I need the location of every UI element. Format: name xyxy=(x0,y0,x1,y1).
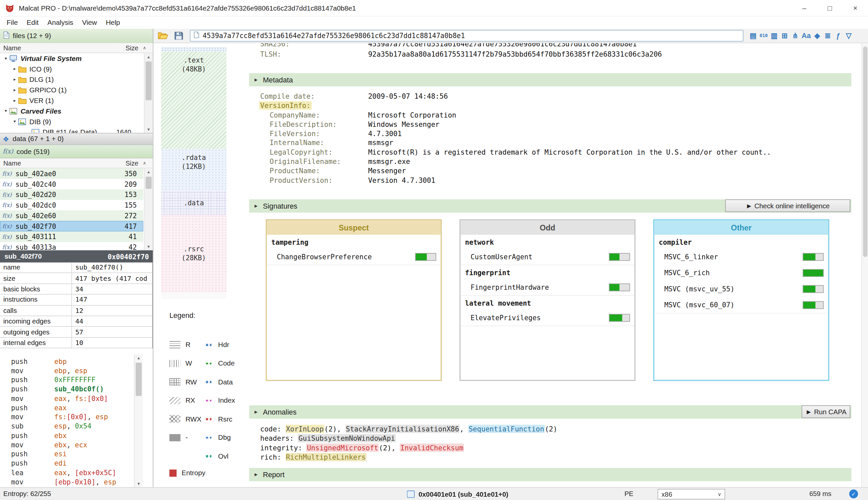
function-row[interactable]: f(x)sub_402ae0350 xyxy=(0,168,143,179)
disasm-view-icon[interactable]: ▤ xyxy=(749,31,757,41)
asm-line[interactable]: moveax, fs:[0x0] xyxy=(0,394,134,403)
column-name[interactable]: Name xyxy=(0,159,21,167)
tree-item[interactable]: ▸DLG (1) xyxy=(0,74,143,85)
map-section-rsrc[interactable]: .rsrc(28KB) xyxy=(161,215,226,292)
hex-view-icon[interactable]: 010 xyxy=(760,31,768,41)
status-ok-icon[interactable]: ✓ xyxy=(849,489,858,498)
expander-icon[interactable]: ▸ xyxy=(11,98,18,103)
report-section-header[interactable]: ► Report xyxy=(249,468,852,481)
scroll-thumb[interactable] xyxy=(863,46,867,257)
files-panel-header[interactable]: files (12 + 9) xyxy=(0,29,153,43)
map-section-text[interactable]: .text(48KB) xyxy=(161,52,226,149)
function-row[interactable]: f(x)sub_402f70417 xyxy=(0,221,143,231)
signature-item[interactable]: ChangeBrowserPreference xyxy=(267,249,441,264)
tree-item[interactable]: DIB #11 (as Data)1640 xyxy=(0,127,143,133)
expander-icon[interactable]: ▸ xyxy=(11,77,18,82)
arch-select[interactable]: x86 ∨ xyxy=(658,489,725,500)
scroll-thumb[interactable] xyxy=(136,363,142,396)
scroll-up-icon[interactable]: ▲ xyxy=(145,168,153,175)
asm-line[interactable]: pusheax xyxy=(0,403,134,412)
function-list-scrollbar[interactable]: ▲ ▼ xyxy=(144,168,153,250)
tree-item[interactable]: ▸ICO (9) xyxy=(0,64,143,74)
function-row[interactable]: f(x)sub_40311141 xyxy=(0,231,143,242)
map-section-hdrband[interactable] xyxy=(161,47,226,51)
check-online-intelligence-button[interactable]: ► Check online intelligence xyxy=(725,199,850,212)
scroll-down-icon[interactable]: ▼ xyxy=(145,126,153,133)
expander-icon[interactable]: ▸ xyxy=(11,67,18,71)
map-section-data[interactable]: .data xyxy=(161,191,226,215)
function-row[interactable]: f(x)sub_402dc0155 xyxy=(0,200,143,211)
menu-edit[interactable]: Edit xyxy=(22,18,43,28)
asm-line[interactable]: pushesi xyxy=(0,449,134,458)
asm-line[interactable]: push0xFFFFFFFF xyxy=(0,375,134,384)
text-size-icon[interactable]: Aa xyxy=(801,31,811,41)
expander-icon[interactable]: ▾ xyxy=(2,56,10,61)
asm-line[interactable]: pushebp xyxy=(0,356,134,366)
anomaly-tag[interactable]: InvalidChecksum xyxy=(400,443,464,452)
anomaly-tag[interactable]: SequentialFunction xyxy=(468,424,545,433)
save-button[interactable] xyxy=(172,30,185,42)
asm-line[interactable]: movfs:[0x0], esp xyxy=(0,412,134,421)
scroll-thumb[interactable] xyxy=(145,61,152,100)
signature-item[interactable]: MSVC_6_rich xyxy=(654,264,828,281)
disassembly-scrollbar[interactable]: ▲ ▼ xyxy=(134,354,143,487)
menu-help[interactable]: Help xyxy=(101,18,125,28)
scroll-up-icon[interactable]: ▲ xyxy=(134,354,143,362)
expander-icon[interactable]: ▸ xyxy=(11,88,18,92)
anomalies-section-header[interactable]: ► Anomalies xyxy=(249,405,852,419)
tree-item[interactable]: ▸GRPICO (1) xyxy=(0,85,143,95)
function-row[interactable]: f(x)sub_402e60272 xyxy=(0,210,143,221)
function-row[interactable]: f(x)sub_40313a42 xyxy=(0,242,143,250)
tree-item[interactable]: ▾Carved Files xyxy=(0,106,143,116)
open-file-button[interactable] xyxy=(156,30,169,42)
map-section-rdata[interactable]: .rdata(12KB) xyxy=(161,149,226,191)
filter-icon[interactable]: ▽ xyxy=(845,31,853,41)
close-button[interactable]: × xyxy=(843,0,868,16)
asm-line[interactable]: pushedi xyxy=(0,458,134,468)
scroll-thumb[interactable] xyxy=(145,177,152,189)
column-size[interactable]: Size xyxy=(126,159,153,167)
function-row[interactable]: f(x)sub_402c40209 xyxy=(0,179,143,190)
address-input[interactable]: 4539a7a77cc8efd531a6164e27afde755326e980… xyxy=(202,32,465,39)
map-section-tail[interactable] xyxy=(161,292,226,299)
column-size[interactable]: Size xyxy=(126,44,153,52)
structure-view-icon[interactable]: ⋔ xyxy=(791,31,799,41)
asm-line[interactable]: subesp, 0x54 xyxy=(0,421,134,431)
tags-icon[interactable]: ◆ xyxy=(813,31,821,41)
minimize-button[interactable]: – xyxy=(791,0,817,16)
asm-line[interactable]: movebp, esp xyxy=(0,366,134,375)
anomaly-tag[interactable]: StackArrayInitialisationX86 xyxy=(345,424,460,433)
asm-line[interactable]: movebx, ecx xyxy=(0,440,134,449)
signature-item[interactable]: MSVC_6_linker xyxy=(654,249,828,264)
scroll-down-icon[interactable]: ▼ xyxy=(145,243,153,250)
expander-icon[interactable]: ▾ xyxy=(11,119,18,124)
files-column-header[interactable]: Name Size ∧ xyxy=(0,43,153,53)
functions-column-header[interactable]: Name Size ∧ xyxy=(0,158,153,168)
tree-item[interactable]: ▾DIB (9) xyxy=(0,116,143,127)
signature-item[interactable]: FingerprintHardware xyxy=(461,279,634,295)
scroll-up-icon[interactable]: ▲ xyxy=(145,53,153,60)
asm-line[interactable]: pushebx xyxy=(0,431,134,440)
script-icon[interactable]: ƒ xyxy=(834,31,842,41)
layers-icon[interactable]: ≣ xyxy=(824,31,832,41)
function-row[interactable]: f(x)sub_402d20153 xyxy=(0,190,143,200)
anomaly-tag[interactable]: XorInLoop xyxy=(285,424,324,433)
anomaly-tag[interactable]: UnsignedMicrosoft xyxy=(306,443,379,452)
tree-item[interactable]: ▾Virtual File System xyxy=(0,53,143,64)
signature-item[interactable]: CustomUserAgent xyxy=(461,249,634,264)
address-bar[interactable]: 4539a7a77cc8efd531a6164e27afde755326e980… xyxy=(190,30,743,42)
expander-icon[interactable]: ▾ xyxy=(2,109,10,114)
main-scrollbar[interactable] xyxy=(861,43,868,487)
metadata-section-header[interactable]: ► Metadata xyxy=(249,73,852,87)
files-tree-scrollbar[interactable]: ▲ ▼ xyxy=(144,53,153,133)
anomaly-tag[interactable]: GuiSubsystemNoWindowApi xyxy=(298,434,396,442)
menu-file[interactable]: File xyxy=(2,18,22,28)
data-panel-header[interactable]: ❖ data (67 + 1 + 0) xyxy=(0,133,153,145)
code-panel-header[interactable]: f(x) code (519) xyxy=(0,145,153,158)
file-map[interactable]: .text(48KB).rdata(12KB).data.rsrc(28KB) xyxy=(161,47,226,299)
asm-line[interactable]: leaeax, [ebx+0x5C] xyxy=(0,468,134,477)
asm-line[interactable]: pushsub_40bc0f() xyxy=(0,384,134,394)
strings-view-icon[interactable]: ▥ xyxy=(770,31,778,41)
column-name[interactable]: Name xyxy=(0,44,21,52)
asm-line[interactable]: mov[ebp-0x10], esp xyxy=(0,477,134,486)
